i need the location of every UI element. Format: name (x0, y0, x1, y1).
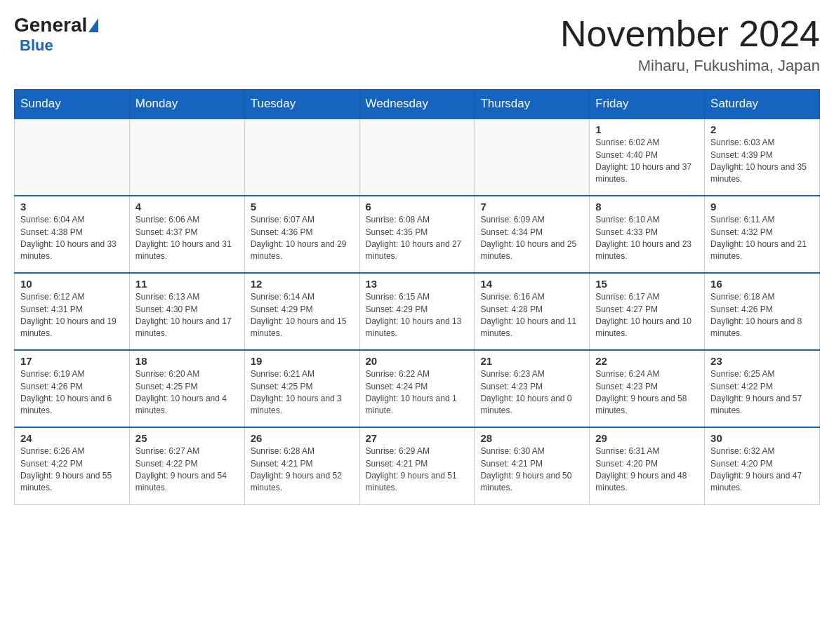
day-info: Sunrise: 6:02 AMSunset: 4:40 PMDaylight:… (595, 137, 699, 186)
location-title: Miharu, Fukushima, Japan (560, 57, 820, 75)
day-info: Sunrise: 6:12 AMSunset: 4:31 PMDaylight:… (20, 291, 124, 340)
day-info: Sunrise: 6:08 AMSunset: 4:35 PMDaylight:… (366, 214, 469, 263)
calendar-table: SundayMondayTuesdayWednesdayThursdayFrid… (14, 89, 820, 505)
calendar-cell-22: 22Sunrise: 6:24 AMSunset: 4:23 PMDayligh… (590, 350, 705, 427)
calendar-cell-1: 1Sunrise: 6:02 AMSunset: 4:40 PMDaylight… (590, 119, 705, 196)
month-title: November 2024 (560, 14, 820, 54)
logo-general-word: General (14, 14, 87, 36)
day-info: Sunrise: 6:14 AMSunset: 4:29 PMDaylight:… (251, 291, 354, 340)
day-number: 11 (135, 278, 239, 290)
weekday-header-friday: Friday (590, 90, 705, 119)
day-info: Sunrise: 6:07 AMSunset: 4:36 PMDaylight:… (251, 214, 354, 263)
calendar-cell-21: 21Sunrise: 6:23 AMSunset: 4:23 PMDayligh… (475, 350, 590, 427)
calendar-cell-18: 18Sunrise: 6:20 AMSunset: 4:25 PMDayligh… (129, 350, 244, 427)
day-info: Sunrise: 6:21 AMSunset: 4:25 PMDaylight:… (251, 368, 354, 417)
title-section: November 2024 Miharu, Fukushima, Japan (560, 14, 820, 75)
day-info: Sunrise: 6:06 AMSunset: 4:37 PMDaylight:… (135, 214, 239, 263)
calendar-cell-4: 4Sunrise: 6:06 AMSunset: 4:37 PMDaylight… (129, 196, 244, 273)
calendar-cell-7: 7Sunrise: 6:09 AMSunset: 4:34 PMDaylight… (475, 196, 590, 273)
day-number: 20 (366, 355, 469, 367)
page-header: General Blue November 2024 Miharu, Fukus… (14, 14, 820, 75)
logo-blue-text: Blue (20, 36, 53, 55)
day-number: 10 (20, 278, 124, 290)
calendar-cell-20: 20Sunrise: 6:22 AMSunset: 4:24 PMDayligh… (359, 350, 475, 427)
day-info: Sunrise: 6:28 AMSunset: 4:21 PMDaylight:… (251, 445, 354, 495)
calendar-cell-empty-0-1 (129, 119, 244, 196)
day-info: Sunrise: 6:09 AMSunset: 4:34 PMDaylight:… (480, 214, 583, 263)
day-number: 22 (595, 355, 699, 367)
calendar-cell-6: 6Sunrise: 6:08 AMSunset: 4:35 PMDaylight… (359, 196, 475, 273)
day-info: Sunrise: 6:22 AMSunset: 4:24 PMDaylight:… (366, 368, 469, 417)
day-info: Sunrise: 6:29 AMSunset: 4:21 PMDaylight:… (366, 445, 469, 495)
day-info: Sunrise: 6:31 AMSunset: 4:20 PMDaylight:… (595, 445, 699, 495)
day-number: 23 (710, 355, 814, 367)
weekday-header-monday: Monday (129, 90, 244, 119)
day-info: Sunrise: 6:03 AMSunset: 4:39 PMDaylight:… (710, 137, 814, 186)
calendar-cell-27: 27Sunrise: 6:29 AMSunset: 4:21 PMDayligh… (359, 427, 475, 504)
calendar-cell-28: 28Sunrise: 6:30 AMSunset: 4:21 PMDayligh… (475, 427, 590, 504)
day-number: 2 (710, 123, 814, 135)
day-info: Sunrise: 6:18 AMSunset: 4:26 PMDaylight:… (710, 291, 814, 340)
calendar-cell-11: 11Sunrise: 6:13 AMSunset: 4:30 PMDayligh… (129, 273, 244, 350)
calendar-cell-23: 23Sunrise: 6:25 AMSunset: 4:22 PMDayligh… (705, 350, 820, 427)
week-row-2: 3Sunrise: 6:04 AMSunset: 4:38 PMDaylight… (15, 196, 820, 273)
weekday-header-saturday: Saturday (705, 90, 820, 119)
day-number: 27 (366, 432, 469, 444)
calendar-cell-29: 29Sunrise: 6:31 AMSunset: 4:20 PMDayligh… (590, 427, 705, 504)
weekday-header-wednesday: Wednesday (359, 90, 475, 119)
weekday-header-thursday: Thursday (475, 90, 590, 119)
day-number: 1 (595, 123, 699, 135)
weekday-header-sunday: Sunday (15, 90, 130, 119)
day-number: 19 (251, 355, 354, 367)
day-info: Sunrise: 6:15 AMSunset: 4:29 PMDaylight:… (366, 291, 469, 340)
day-info: Sunrise: 6:30 AMSunset: 4:21 PMDaylight:… (480, 445, 583, 495)
day-info: Sunrise: 6:04 AMSunset: 4:38 PMDaylight:… (20, 214, 124, 263)
calendar-cell-10: 10Sunrise: 6:12 AMSunset: 4:31 PMDayligh… (15, 273, 130, 350)
calendar-cell-3: 3Sunrise: 6:04 AMSunset: 4:38 PMDaylight… (15, 196, 130, 273)
day-number: 16 (710, 278, 814, 290)
day-info: Sunrise: 6:24 AMSunset: 4:23 PMDaylight:… (595, 368, 699, 417)
day-number: 18 (135, 355, 239, 367)
day-info: Sunrise: 6:19 AMSunset: 4:26 PMDaylight:… (20, 368, 124, 417)
calendar-cell-13: 13Sunrise: 6:15 AMSunset: 4:29 PMDayligh… (359, 273, 475, 350)
day-number: 17 (20, 355, 124, 367)
logo-triangle-icon (88, 18, 98, 32)
calendar-cell-12: 12Sunrise: 6:14 AMSunset: 4:29 PMDayligh… (244, 273, 359, 350)
calendar-cell-9: 9Sunrise: 6:11 AMSunset: 4:32 PMDaylight… (705, 196, 820, 273)
day-info: Sunrise: 6:20 AMSunset: 4:25 PMDaylight:… (135, 368, 239, 417)
day-number: 14 (480, 278, 583, 290)
day-info: Sunrise: 6:27 AMSunset: 4:22 PMDaylight:… (135, 445, 239, 495)
logo: General Blue (14, 14, 98, 55)
day-info: Sunrise: 6:11 AMSunset: 4:32 PMDaylight:… (710, 214, 814, 263)
calendar-cell-14: 14Sunrise: 6:16 AMSunset: 4:28 PMDayligh… (475, 273, 590, 350)
day-info: Sunrise: 6:32 AMSunset: 4:20 PMDaylight:… (710, 445, 814, 495)
day-info: Sunrise: 6:26 AMSunset: 4:22 PMDaylight:… (20, 445, 124, 495)
day-info: Sunrise: 6:10 AMSunset: 4:33 PMDaylight:… (595, 214, 699, 263)
day-number: 7 (480, 201, 583, 213)
day-number: 5 (251, 201, 354, 213)
day-number: 25 (135, 432, 239, 444)
week-row-3: 10Sunrise: 6:12 AMSunset: 4:31 PMDayligh… (15, 273, 820, 350)
day-number: 4 (135, 201, 239, 213)
calendar-cell-19: 19Sunrise: 6:21 AMSunset: 4:25 PMDayligh… (244, 350, 359, 427)
day-number: 3 (20, 201, 124, 213)
day-number: 15 (595, 278, 699, 290)
day-info: Sunrise: 6:25 AMSunset: 4:22 PMDaylight:… (710, 368, 814, 417)
day-number: 24 (20, 432, 124, 444)
day-number: 21 (480, 355, 583, 367)
calendar-cell-5: 5Sunrise: 6:07 AMSunset: 4:36 PMDaylight… (244, 196, 359, 273)
day-number: 8 (595, 201, 699, 213)
day-number: 6 (366, 201, 469, 213)
calendar-cell-26: 26Sunrise: 6:28 AMSunset: 4:21 PMDayligh… (244, 427, 359, 504)
day-info: Sunrise: 6:17 AMSunset: 4:27 PMDaylight:… (595, 291, 699, 340)
weekday-header-tuesday: Tuesday (244, 90, 359, 119)
week-row-4: 17Sunrise: 6:19 AMSunset: 4:26 PMDayligh… (15, 350, 820, 427)
calendar-cell-empty-0-3 (359, 119, 475, 196)
calendar-cell-2: 2Sunrise: 6:03 AMSunset: 4:39 PMDaylight… (705, 119, 820, 196)
day-info: Sunrise: 6:16 AMSunset: 4:28 PMDaylight:… (480, 291, 583, 340)
day-number: 12 (251, 278, 354, 290)
day-number: 28 (480, 432, 583, 444)
day-number: 29 (595, 432, 699, 444)
day-info: Sunrise: 6:23 AMSunset: 4:23 PMDaylight:… (480, 368, 583, 417)
week-row-5: 24Sunrise: 6:26 AMSunset: 4:22 PMDayligh… (15, 427, 820, 504)
